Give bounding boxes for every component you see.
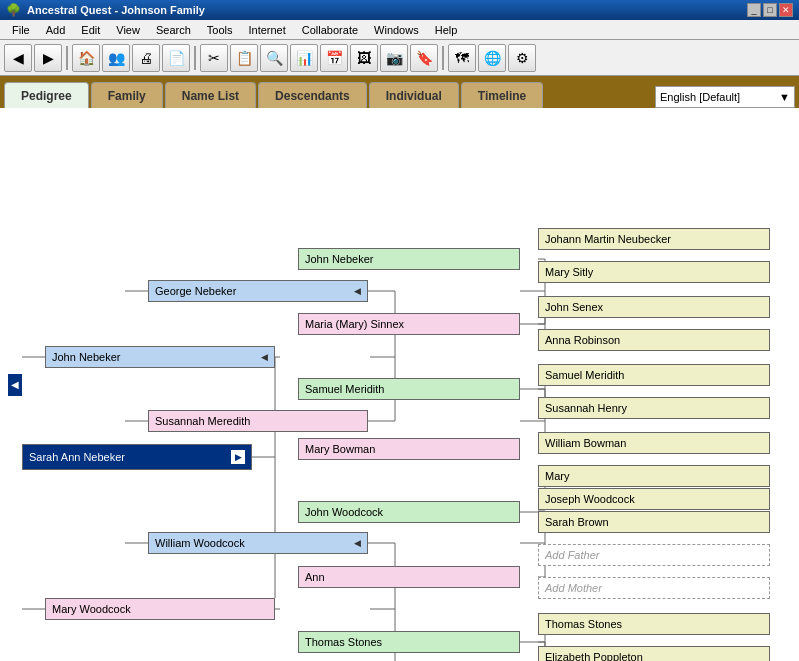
map-button[interactable]: 🗺 xyxy=(448,44,476,72)
tools-btn4[interactable]: 📊 xyxy=(290,44,318,72)
person-samuel-meridith[interactable]: Samuel Meridith xyxy=(298,378,520,400)
tab-descendants[interactable]: Descendants xyxy=(258,82,367,108)
person-name: John Nebeker xyxy=(52,351,121,363)
tab-timeline[interactable]: Timeline xyxy=(461,82,543,108)
person-john-nebeker-g2[interactable]: John Nebeker ◀ xyxy=(45,346,275,368)
tools-btn6[interactable]: 🖼 xyxy=(350,44,378,72)
language-selector: English [Default] ▼ xyxy=(655,86,795,108)
person-add-father-1[interactable]: Add Father xyxy=(538,544,770,566)
person-name: Mary Sitly xyxy=(545,266,593,278)
home-button[interactable]: 🏠 xyxy=(72,44,100,72)
menu-edit[interactable]: Edit xyxy=(73,22,108,38)
maximize-button[interactable]: □ xyxy=(763,3,777,17)
person-john-nebeker-g4[interactable]: John Nebeker xyxy=(298,248,520,270)
person-name: John Woodcock xyxy=(305,506,383,518)
menu-file[interactable]: File xyxy=(4,22,38,38)
person-anna-robinson[interactable]: Anna Robinson xyxy=(538,329,770,351)
person-susannah-meredith[interactable]: Susannah Meredith xyxy=(148,410,368,432)
person-sarah-ann-nebeker[interactable]: Sarah Ann Nebeker ▶ xyxy=(22,444,252,470)
tab-individual[interactable]: Individual xyxy=(369,82,459,108)
person-name: William Woodcock xyxy=(155,537,245,549)
tools-btn1[interactable]: ✂ xyxy=(200,44,228,72)
person-john-woodcock[interactable]: John Woodcock xyxy=(298,501,520,523)
window-controls: _ □ ✕ xyxy=(747,3,793,17)
person-name: Susannah Henry xyxy=(545,402,627,414)
settings-button[interactable]: ⚙ xyxy=(508,44,536,72)
main-content: ◀ Sarah Ann Nebeker ▶ John Nebeker ◀ Mar… xyxy=(0,108,799,661)
menu-help[interactable]: Help xyxy=(427,22,466,38)
person-name: Samuel Meridith xyxy=(305,383,384,395)
person-name: William Bowman xyxy=(545,437,626,449)
tabs-bar: Pedigree Family Name List Descendants In… xyxy=(0,76,799,108)
menu-windows[interactable]: Windows xyxy=(366,22,427,38)
language-dropdown[interactable]: English [Default] ▼ xyxy=(655,86,795,108)
person-george-nebeker[interactable]: George Nebeker ◀ xyxy=(148,280,368,302)
menu-internet[interactable]: Internet xyxy=(240,22,293,38)
globe-button[interactable]: 🌐 xyxy=(478,44,506,72)
tools-btn3[interactable]: 🔍 xyxy=(260,44,288,72)
person-name: Johann Martin Neubecker xyxy=(545,233,671,245)
tools-btn7[interactable]: 📷 xyxy=(380,44,408,72)
menu-add[interactable]: Add xyxy=(38,22,74,38)
menu-collaborate[interactable]: Collaborate xyxy=(294,22,366,38)
person-susannah-henry[interactable]: Susannah Henry xyxy=(538,397,770,419)
person-jm-neubecker[interactable]: Johann Martin Neubecker xyxy=(538,228,770,250)
menu-search[interactable]: Search xyxy=(148,22,199,38)
menu-tools[interactable]: Tools xyxy=(199,22,241,38)
ancestors-button[interactable]: 👥 xyxy=(102,44,130,72)
tab-name-list[interactable]: Name List xyxy=(165,82,256,108)
chevron-down-icon: ▼ xyxy=(779,91,790,103)
tab-pedigree[interactable]: Pedigree xyxy=(4,82,89,108)
minimize-button[interactable]: _ xyxy=(747,3,761,17)
window-title-bar: 🌳 Ancestral Quest - Johnson Family _ □ ✕ xyxy=(0,0,799,20)
tab-family[interactable]: Family xyxy=(91,82,163,108)
person-name: John Nebeker xyxy=(305,253,374,265)
menu-view[interactable]: View xyxy=(108,22,148,38)
forward-button[interactable]: ▶ xyxy=(34,44,62,72)
person-mary-g5[interactable]: Mary xyxy=(538,465,770,487)
page-button[interactable]: 📄 xyxy=(162,44,190,72)
toolbar: ◀ ▶ 🏠 👥 🖨 📄 ✂ 📋 🔍 📊 📅 🖼 📷 🔖 🗺 🌐 ⚙ xyxy=(0,40,799,76)
person-name: Add Father xyxy=(545,549,599,561)
tools-btn8[interactable]: 🔖 xyxy=(410,44,438,72)
person-william-woodcock[interactable]: William Woodcock ◀ xyxy=(148,532,368,554)
tools-btn5[interactable]: 📅 xyxy=(320,44,348,72)
tools-btn2[interactable]: 📋 xyxy=(230,44,258,72)
person-elizabeth-poppleton[interactable]: Elizabeth Poppleton xyxy=(538,646,770,661)
person-name: Ann xyxy=(305,571,325,583)
person-name: Samuel Meridith xyxy=(545,369,624,381)
person-name: Thomas Stones xyxy=(545,618,622,630)
person-thomas-stones-g5[interactable]: Thomas Stones xyxy=(538,613,770,635)
person-name: Anna Robinson xyxy=(545,334,620,346)
person-maria-sinnex[interactable]: Maria (Mary) Sinnex xyxy=(298,313,520,335)
person-name: Sarah Brown xyxy=(545,516,609,528)
print-button[interactable]: 🖨 xyxy=(132,44,160,72)
person-add-mother-1[interactable]: Add Mother xyxy=(538,577,770,599)
person-name: George Nebeker xyxy=(155,285,236,297)
person-name: Joseph Woodcock xyxy=(545,493,635,505)
person-ann[interactable]: Ann xyxy=(298,566,520,588)
person-name: Mary Woodcock xyxy=(52,603,131,615)
person-mary-sitly[interactable]: Mary Sitly xyxy=(538,261,770,283)
person-name: Sarah Ann Nebeker xyxy=(29,451,125,463)
person-name: Susannah Meredith xyxy=(155,415,250,427)
toolbar-sep1 xyxy=(66,46,68,70)
person-name: John Senex xyxy=(545,301,603,313)
person-sarah-brown[interactable]: Sarah Brown xyxy=(538,511,770,533)
language-value: English [Default] xyxy=(660,91,740,103)
pedigree-area: ◀ Sarah Ann Nebeker ▶ John Nebeker ◀ Mar… xyxy=(0,108,799,661)
toolbar-sep3 xyxy=(442,46,444,70)
person-william-bowman[interactable]: William Bowman xyxy=(538,432,770,454)
person-john-senex[interactable]: John Senex xyxy=(538,296,770,318)
person-name: Thomas Stones xyxy=(305,636,382,648)
back-button[interactable]: ◀ xyxy=(4,44,32,72)
person-samuel-meridith-g5[interactable]: Samuel Meridith xyxy=(538,364,770,386)
person-name: Maria (Mary) Sinnex xyxy=(305,318,404,330)
person-mary-woodcock[interactable]: Mary Woodcock xyxy=(45,598,275,620)
person-joseph-woodcock[interactable]: Joseph Woodcock xyxy=(538,488,770,510)
close-button[interactable]: ✕ xyxy=(779,3,793,17)
person-thomas-stones-g4[interactable]: Thomas Stones xyxy=(298,631,520,653)
person-name: Elizabeth Poppleton xyxy=(545,651,643,661)
person-mary-bowman[interactable]: Mary Bowman xyxy=(298,438,520,460)
left-nav-arrow[interactable]: ◀ xyxy=(8,374,22,396)
